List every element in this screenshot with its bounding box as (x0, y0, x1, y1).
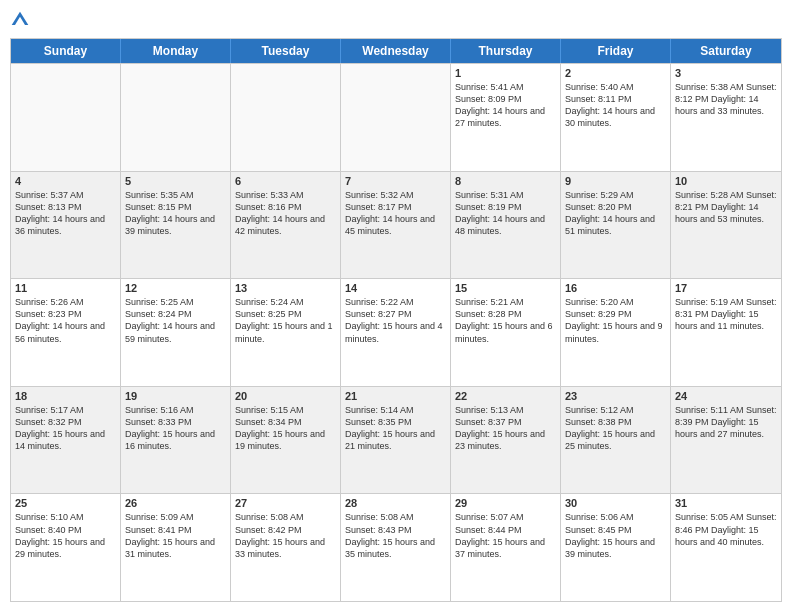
calendar-row-3: 11Sunrise: 5:26 AM Sunset: 8:23 PM Dayli… (11, 278, 781, 386)
day-info: Sunrise: 5:41 AM Sunset: 8:09 PM Dayligh… (455, 81, 556, 130)
day-number: 27 (235, 497, 336, 509)
day-cell-30: 30Sunrise: 5:06 AM Sunset: 8:45 PM Dayli… (561, 494, 671, 601)
empty-cell-0-1 (121, 64, 231, 171)
day-number: 2 (565, 67, 666, 79)
day-cell-15: 15Sunrise: 5:21 AM Sunset: 8:28 PM Dayli… (451, 279, 561, 386)
day-info: Sunrise: 5:40 AM Sunset: 8:11 PM Dayligh… (565, 81, 666, 130)
day-number: 30 (565, 497, 666, 509)
day-info: Sunrise: 5:08 AM Sunset: 8:43 PM Dayligh… (345, 511, 446, 560)
day-header-sunday: Sunday (11, 39, 121, 63)
day-info: Sunrise: 5:31 AM Sunset: 8:19 PM Dayligh… (455, 189, 556, 238)
day-info: Sunrise: 5:17 AM Sunset: 8:32 PM Dayligh… (15, 404, 116, 453)
day-info: Sunrise: 5:25 AM Sunset: 8:24 PM Dayligh… (125, 296, 226, 345)
day-info: Sunrise: 5:19 AM Sunset: 8:31 PM Dayligh… (675, 296, 777, 332)
day-info: Sunrise: 5:24 AM Sunset: 8:25 PM Dayligh… (235, 296, 336, 345)
day-number: 25 (15, 497, 116, 509)
day-number: 13 (235, 282, 336, 294)
day-cell-24: 24Sunrise: 5:11 AM Sunset: 8:39 PM Dayli… (671, 387, 781, 494)
day-number: 7 (345, 175, 446, 187)
day-number: 23 (565, 390, 666, 402)
day-info: Sunrise: 5:12 AM Sunset: 8:38 PM Dayligh… (565, 404, 666, 453)
day-header-saturday: Saturday (671, 39, 781, 63)
logo-icon (10, 10, 30, 30)
day-header-friday: Friday (561, 39, 671, 63)
day-cell-1: 1Sunrise: 5:41 AM Sunset: 8:09 PM Daylig… (451, 64, 561, 171)
day-cell-2: 2Sunrise: 5:40 AM Sunset: 8:11 PM Daylig… (561, 64, 671, 171)
day-number: 10 (675, 175, 777, 187)
day-number: 28 (345, 497, 446, 509)
day-number: 26 (125, 497, 226, 509)
day-cell-28: 28Sunrise: 5:08 AM Sunset: 8:43 PM Dayli… (341, 494, 451, 601)
day-cell-9: 9Sunrise: 5:29 AM Sunset: 8:20 PM Daylig… (561, 172, 671, 279)
day-cell-11: 11Sunrise: 5:26 AM Sunset: 8:23 PM Dayli… (11, 279, 121, 386)
day-info: Sunrise: 5:21 AM Sunset: 8:28 PM Dayligh… (455, 296, 556, 345)
day-number: 8 (455, 175, 556, 187)
day-info: Sunrise: 5:28 AM Sunset: 8:21 PM Dayligh… (675, 189, 777, 225)
day-info: Sunrise: 5:16 AM Sunset: 8:33 PM Dayligh… (125, 404, 226, 453)
day-cell-19: 19Sunrise: 5:16 AM Sunset: 8:33 PM Dayli… (121, 387, 231, 494)
day-cell-23: 23Sunrise: 5:12 AM Sunset: 8:38 PM Dayli… (561, 387, 671, 494)
day-number: 5 (125, 175, 226, 187)
day-cell-6: 6Sunrise: 5:33 AM Sunset: 8:16 PM Daylig… (231, 172, 341, 279)
day-number: 29 (455, 497, 556, 509)
day-cell-25: 25Sunrise: 5:10 AM Sunset: 8:40 PM Dayli… (11, 494, 121, 601)
day-number: 3 (675, 67, 777, 79)
calendar-row-1: 1Sunrise: 5:41 AM Sunset: 8:09 PM Daylig… (11, 63, 781, 171)
day-cell-21: 21Sunrise: 5:14 AM Sunset: 8:35 PM Dayli… (341, 387, 451, 494)
day-info: Sunrise: 5:33 AM Sunset: 8:16 PM Dayligh… (235, 189, 336, 238)
day-number: 11 (15, 282, 116, 294)
header (10, 10, 782, 30)
day-number: 22 (455, 390, 556, 402)
day-number: 20 (235, 390, 336, 402)
day-cell-12: 12Sunrise: 5:25 AM Sunset: 8:24 PM Dayli… (121, 279, 231, 386)
day-info: Sunrise: 5:08 AM Sunset: 8:42 PM Dayligh… (235, 511, 336, 560)
day-cell-14: 14Sunrise: 5:22 AM Sunset: 8:27 PM Dayli… (341, 279, 451, 386)
day-info: Sunrise: 5:09 AM Sunset: 8:41 PM Dayligh… (125, 511, 226, 560)
day-cell-27: 27Sunrise: 5:08 AM Sunset: 8:42 PM Dayli… (231, 494, 341, 601)
calendar-header: SundayMondayTuesdayWednesdayThursdayFrid… (11, 39, 781, 63)
day-info: Sunrise: 5:05 AM Sunset: 8:46 PM Dayligh… (675, 511, 777, 547)
page: SundayMondayTuesdayWednesdayThursdayFrid… (0, 0, 792, 612)
day-number: 31 (675, 497, 777, 509)
day-cell-3: 3Sunrise: 5:38 AM Sunset: 8:12 PM Daylig… (671, 64, 781, 171)
day-cell-13: 13Sunrise: 5:24 AM Sunset: 8:25 PM Dayli… (231, 279, 341, 386)
day-info: Sunrise: 5:38 AM Sunset: 8:12 PM Dayligh… (675, 81, 777, 117)
day-info: Sunrise: 5:06 AM Sunset: 8:45 PM Dayligh… (565, 511, 666, 560)
day-number: 6 (235, 175, 336, 187)
day-header-tuesday: Tuesday (231, 39, 341, 63)
day-number: 19 (125, 390, 226, 402)
calendar-row-2: 4Sunrise: 5:37 AM Sunset: 8:13 PM Daylig… (11, 171, 781, 279)
day-number: 24 (675, 390, 777, 402)
day-info: Sunrise: 5:15 AM Sunset: 8:34 PM Dayligh… (235, 404, 336, 453)
day-info: Sunrise: 5:11 AM Sunset: 8:39 PM Dayligh… (675, 404, 777, 440)
day-cell-18: 18Sunrise: 5:17 AM Sunset: 8:32 PM Dayli… (11, 387, 121, 494)
day-cell-31: 31Sunrise: 5:05 AM Sunset: 8:46 PM Dayli… (671, 494, 781, 601)
day-info: Sunrise: 5:20 AM Sunset: 8:29 PM Dayligh… (565, 296, 666, 345)
day-cell-17: 17Sunrise: 5:19 AM Sunset: 8:31 PM Dayli… (671, 279, 781, 386)
day-info: Sunrise: 5:37 AM Sunset: 8:13 PM Dayligh… (15, 189, 116, 238)
day-info: Sunrise: 5:13 AM Sunset: 8:37 PM Dayligh… (455, 404, 556, 453)
day-cell-22: 22Sunrise: 5:13 AM Sunset: 8:37 PM Dayli… (451, 387, 561, 494)
day-number: 12 (125, 282, 226, 294)
day-info: Sunrise: 5:26 AM Sunset: 8:23 PM Dayligh… (15, 296, 116, 345)
day-number: 4 (15, 175, 116, 187)
logo (10, 10, 34, 30)
calendar-row-5: 25Sunrise: 5:10 AM Sunset: 8:40 PM Dayli… (11, 493, 781, 601)
day-cell-5: 5Sunrise: 5:35 AM Sunset: 8:15 PM Daylig… (121, 172, 231, 279)
day-info: Sunrise: 5:07 AM Sunset: 8:44 PM Dayligh… (455, 511, 556, 560)
day-number: 21 (345, 390, 446, 402)
day-info: Sunrise: 5:14 AM Sunset: 8:35 PM Dayligh… (345, 404, 446, 453)
day-number: 14 (345, 282, 446, 294)
day-number: 15 (455, 282, 556, 294)
day-cell-16: 16Sunrise: 5:20 AM Sunset: 8:29 PM Dayli… (561, 279, 671, 386)
day-header-monday: Monday (121, 39, 231, 63)
day-cell-7: 7Sunrise: 5:32 AM Sunset: 8:17 PM Daylig… (341, 172, 451, 279)
day-number: 18 (15, 390, 116, 402)
day-cell-20: 20Sunrise: 5:15 AM Sunset: 8:34 PM Dayli… (231, 387, 341, 494)
day-info: Sunrise: 5:10 AM Sunset: 8:40 PM Dayligh… (15, 511, 116, 560)
day-info: Sunrise: 5:29 AM Sunset: 8:20 PM Dayligh… (565, 189, 666, 238)
day-info: Sunrise: 5:32 AM Sunset: 8:17 PM Dayligh… (345, 189, 446, 238)
day-info: Sunrise: 5:35 AM Sunset: 8:15 PM Dayligh… (125, 189, 226, 238)
empty-cell-0-0 (11, 64, 121, 171)
calendar-body: 1Sunrise: 5:41 AM Sunset: 8:09 PM Daylig… (11, 63, 781, 601)
